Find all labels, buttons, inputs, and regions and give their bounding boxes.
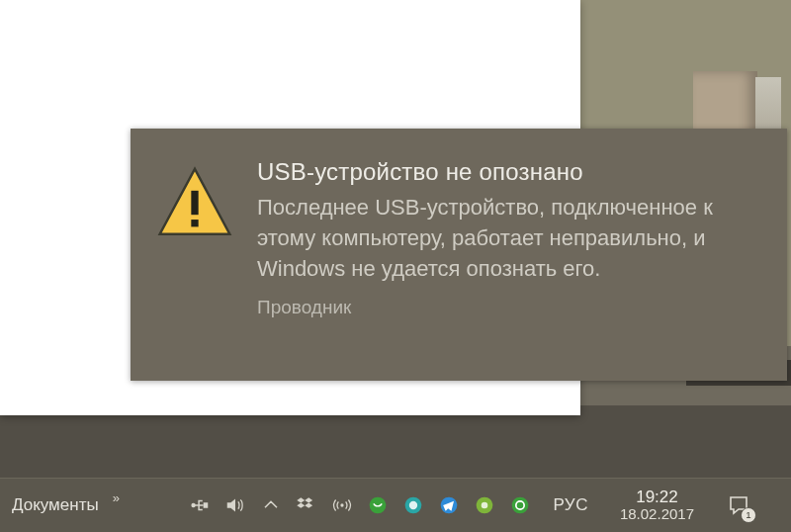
- action-center-icon[interactable]: 1: [724, 490, 753, 520]
- action-center-badge: 1: [746, 509, 750, 520]
- toast-title: USB-устройство не опознано: [257, 158, 757, 186]
- svg-rect-1: [191, 191, 198, 215]
- taskbar-chevron-icon[interactable]: »: [109, 479, 128, 532]
- documents-label: Документы: [12, 495, 99, 515]
- tray-telegram-icon[interactable]: [438, 494, 460, 516]
- svg-rect-4: [204, 502, 209, 508]
- tray-antenna-icon[interactable]: [331, 494, 353, 516]
- tray-device-icon[interactable]: [189, 494, 211, 516]
- svg-rect-2: [191, 220, 198, 226]
- svg-point-6: [370, 497, 387, 514]
- tray-app-icon-2[interactable]: [402, 494, 424, 516]
- toast-source: Проводник: [257, 297, 757, 318]
- usb-notification-toast[interactable]: USB-устройство не опознано Последнее USB…: [131, 129, 787, 381]
- svg-point-8: [409, 501, 417, 509]
- chevron-glyph: »: [113, 490, 120, 505]
- tray-app-icon-1[interactable]: [367, 494, 389, 516]
- tray-dropbox-icon[interactable]: [296, 494, 317, 516]
- wallpaper-desk: [0, 405, 791, 483]
- svg-point-5: [341, 503, 344, 506]
- clock-date: 18.02.2017: [620, 506, 694, 522]
- warning-icon: [156, 164, 233, 241]
- svg-point-11: [482, 502, 488, 509]
- tray-app-icon-4[interactable]: [509, 494, 531, 516]
- tray-show-hidden-icon[interactable]: [260, 494, 282, 516]
- tray-volume-icon[interactable]: [224, 494, 246, 516]
- tray-app-icon-3[interactable]: [474, 494, 495, 516]
- taskbar-toolbar-documents[interactable]: Документы: [6, 479, 109, 532]
- svg-point-12: [512, 497, 529, 514]
- language-label: РУС: [553, 495, 588, 515]
- language-indicator[interactable]: РУС: [545, 495, 596, 515]
- clock-time: 19:22: [636, 488, 678, 506]
- system-tray: РУС 19:22 18.02.2017 1: [189, 488, 783, 523]
- toast-body: USB-устройство не опознано Последнее USB…: [257, 156, 757, 318]
- toast-message: Последнее USB-устройство, подключенное к…: [257, 192, 757, 285]
- taskbar-clock[interactable]: 19:22 18.02.2017: [610, 488, 704, 523]
- taskbar: Документы »: [0, 478, 791, 532]
